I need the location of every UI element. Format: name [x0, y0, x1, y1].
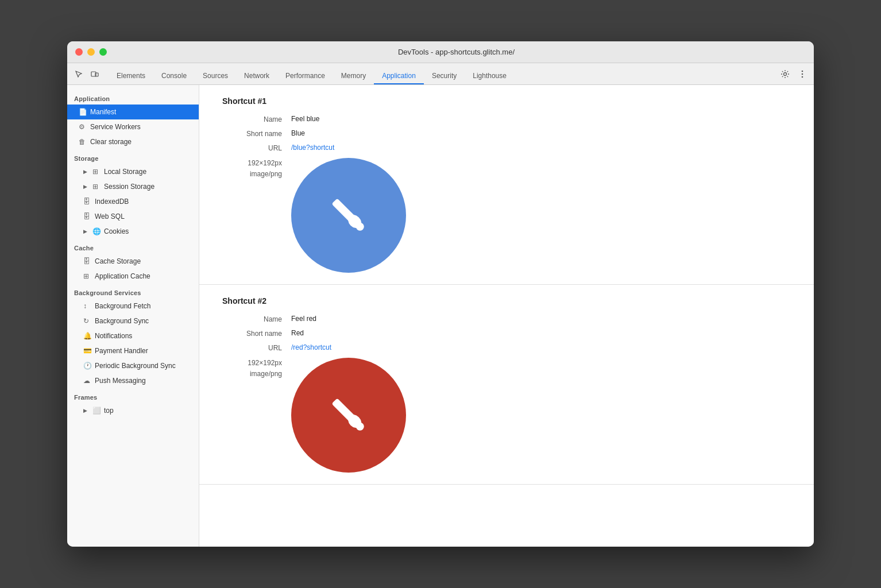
- sidebar-item-clear-storage-label: Clear storage: [90, 136, 132, 148]
- sidebar-item-web-sql-label: Web SQL: [95, 211, 125, 222]
- indexeddb-icon: 🗄: [83, 196, 91, 207]
- sidebar-item-clear-storage[interactable]: 🗑 Clear storage: [67, 134, 199, 149]
- shortcut-1-shortname-row: Short name Blue: [222, 129, 791, 138]
- sidebar-section-cache: Cache: [67, 239, 199, 254]
- shortcut-1-name-label: Name: [222, 115, 291, 123]
- shortcut-1-url-label: URL: [222, 144, 291, 152]
- shortcut-1-shortname-label: Short name: [222, 129, 291, 138]
- sidebar-item-payment-handler[interactable]: 💳 Payment Handler: [67, 343, 199, 358]
- content-panel: Shortcut #1 Name Feel blue Short name Bl…: [199, 85, 814, 547]
- notifications-icon: 🔔: [83, 330, 91, 342]
- shortcut-2-image-container: 192×192px image/png: [222, 358, 791, 473]
- maximize-button[interactable]: [99, 48, 107, 56]
- sidebar-item-background-sync[interactable]: ↻ Background Sync: [67, 314, 199, 328]
- sidebar-item-cookies[interactable]: ▶ 🌐 Cookies: [67, 224, 199, 239]
- sidebar-item-session-storage[interactable]: ▶ ⊞ Session Storage: [67, 179, 199, 194]
- shortcut-2-title: Shortcut #2: [222, 296, 791, 305]
- sidebar-item-push-messaging-label: Push Messaging: [95, 375, 146, 386]
- titlebar: DevTools - app-shortcuts.glitch.me/: [67, 41, 814, 63]
- sidebar-item-background-fetch[interactable]: ↕ Background Fetch: [67, 299, 199, 314]
- sidebar-item-manifest-label: Manifest: [90, 106, 116, 118]
- sidebar-section-background-services: Background Services: [67, 284, 199, 299]
- shortcut-2-icon: [291, 358, 406, 473]
- sidebar-item-service-workers[interactable]: ⚙ Service Workers: [67, 119, 199, 134]
- toolbar-icons: [72, 67, 102, 84]
- close-button[interactable]: [75, 48, 83, 56]
- tab-console[interactable]: Console: [153, 68, 195, 84]
- push-messaging-icon: ☁: [83, 375, 91, 386]
- shortcut-2-section: Shortcut #2 Name Feel red Short name Red…: [199, 285, 814, 485]
- shortcut-2-shortname-row: Short name Red: [222, 329, 791, 338]
- main-content: Application 📄 Manifest ⚙ Service Workers…: [67, 85, 814, 547]
- cookies-icon: 🌐: [92, 226, 101, 237]
- arrow-icon-3: ▶: [83, 226, 89, 237]
- shortcut-1-size-label: 192×192px: [222, 158, 282, 169]
- sidebar-item-background-fetch-label: Background Fetch: [95, 300, 150, 312]
- brush-svg-2: [323, 389, 374, 441]
- sidebar-item-manifest[interactable]: 📄 Manifest: [67, 105, 199, 119]
- arrow-icon-2: ▶: [83, 181, 89, 192]
- settings-icon[interactable]: [778, 67, 792, 81]
- shortcut-2-name-label: Name: [222, 315, 291, 323]
- periodic-background-sync-icon: 🕐: [83, 360, 91, 372]
- sidebar-item-periodic-background-sync[interactable]: 🕐 Periodic Background Sync: [67, 358, 199, 373]
- cursor-icon[interactable]: [72, 67, 86, 81]
- shortcut-2-url-label: URL: [222, 343, 291, 352]
- sidebar-item-web-sql[interactable]: 🗄 Web SQL: [67, 209, 199, 224]
- sidebar-item-application-cache-label: Application Cache: [95, 270, 150, 282]
- sidebar-item-indexeddb-label: IndexedDB: [95, 196, 129, 207]
- shortcut-2-name-value: Feel red: [291, 315, 316, 323]
- shortcut-2-image-labels: 192×192px image/png: [222, 358, 291, 380]
- sidebar: Application 📄 Manifest ⚙ Service Workers…: [67, 85, 199, 547]
- window-controls: [75, 48, 107, 56]
- more-options-icon[interactable]: [795, 67, 809, 81]
- sidebar-item-local-storage[interactable]: ▶ ⊞ Local Storage: [67, 164, 199, 179]
- shortcut-2-size-label: 192×192px: [222, 358, 282, 369]
- tab-application[interactable]: Application: [374, 68, 424, 84]
- arrow-icon: ▶: [83, 166, 89, 177]
- sidebar-item-push-messaging[interactable]: ☁ Push Messaging: [67, 373, 199, 388]
- shortcut-2-shortname-value: Red: [291, 329, 304, 337]
- shortcut-1-url-row: URL /blue?shortcut: [222, 144, 791, 152]
- tab-memory[interactable]: Memory: [333, 68, 374, 84]
- window-title: DevTools - app-shortcuts.glitch.me/: [107, 48, 806, 56]
- background-sync-icon: ↻: [83, 315, 91, 327]
- shortcut-1-name-row: Name Feel blue: [222, 115, 791, 123]
- shortcut-2-name-row: Name Feel red: [222, 315, 791, 323]
- sidebar-item-application-cache[interactable]: ⊞ Application Cache: [67, 269, 199, 284]
- shortcut-1-section: Shortcut #1 Name Feel blue Short name Bl…: [199, 85, 814, 285]
- svg-point-5: [802, 76, 803, 78]
- shortcut-1-type-label: image/png: [222, 169, 282, 180]
- session-storage-icon: ⊞: [92, 181, 101, 192]
- sidebar-item-notifications-label: Notifications: [95, 330, 132, 342]
- sidebar-item-periodic-background-sync-label: Periodic Background Sync: [95, 360, 176, 372]
- payment-handler-icon: 💳: [83, 345, 91, 357]
- brush-svg-1: [323, 189, 374, 241]
- svg-point-3: [802, 71, 803, 72]
- sidebar-item-top[interactable]: ▶ ⬜ top: [67, 403, 199, 418]
- shortcut-1-url-value[interactable]: /blue?shortcut: [291, 144, 334, 152]
- tab-elements[interactable]: Elements: [109, 68, 153, 84]
- sidebar-item-indexeddb[interactable]: 🗄 IndexedDB: [67, 194, 199, 209]
- shortcut-2-shortname-label: Short name: [222, 329, 291, 338]
- local-storage-icon: ⊞: [92, 166, 101, 177]
- background-fetch-icon: ↕: [83, 300, 91, 312]
- shortcut-2-url-row: URL /red?shortcut: [222, 343, 791, 352]
- tab-network[interactable]: Network: [236, 68, 277, 84]
- shortcut-1-title: Shortcut #1: [222, 96, 791, 106]
- shortcut-2-url-value[interactable]: /red?shortcut: [291, 343, 331, 351]
- sidebar-item-session-storage-label: Session Storage: [104, 181, 154, 192]
- arrow-icon-4: ▶: [83, 405, 89, 416]
- sidebar-item-notifications[interactable]: 🔔 Notifications: [67, 328, 199, 343]
- tab-performance[interactable]: Performance: [277, 68, 333, 84]
- sidebar-item-cache-storage-label: Cache Storage: [95, 256, 141, 267]
- minimize-button[interactable]: [87, 48, 95, 56]
- top-frame-icon: ⬜: [92, 405, 101, 416]
- tab-lighthouse[interactable]: Lighthouse: [465, 68, 515, 84]
- sidebar-item-service-workers-label: Service Workers: [90, 121, 141, 133]
- tab-security[interactable]: Security: [424, 68, 465, 84]
- web-sql-icon: 🗄: [83, 211, 91, 222]
- tab-sources[interactable]: Sources: [195, 68, 236, 84]
- sidebar-item-cache-storage[interactable]: 🗄 Cache Storage: [67, 254, 199, 269]
- device-toggle-icon[interactable]: [88, 67, 102, 81]
